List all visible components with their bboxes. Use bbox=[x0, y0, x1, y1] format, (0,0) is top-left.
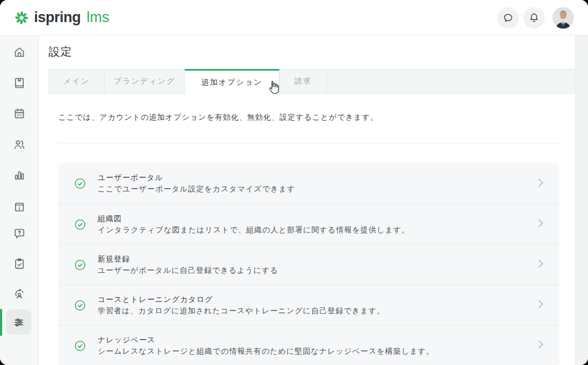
calendar-icon bbox=[13, 107, 26, 120]
main-content: 設定 メイン ブランディング 追加オプション 請求 ここでは、アカウントの追加オ… bbox=[39, 36, 575, 365]
option-title: 組織図 bbox=[98, 214, 528, 224]
option-description: ユーザーがポータルに自己登録できるようにする bbox=[98, 266, 528, 276]
sidebar-item-courses[interactable] bbox=[13, 77, 26, 89]
option-title: コースとトレーニングカタログ bbox=[98, 295, 528, 305]
sidebar-item-home[interactable] bbox=[13, 46, 26, 59]
sidebar-item-users[interactable] bbox=[13, 138, 26, 151]
tab-billing[interactable]: 請求 bbox=[279, 69, 326, 94]
settings-sliders-icon bbox=[12, 316, 25, 329]
option-row-knowledge-base[interactable]: ナレッジベース シームレスなストレージと組織での情報共有のために堅固なナレッジベ… bbox=[58, 325, 559, 365]
check-circle-icon bbox=[74, 219, 86, 230]
avatar[interactable] bbox=[552, 7, 574, 29]
tab-bar: メイン ブランディング 追加オプション 請求 bbox=[49, 69, 575, 94]
sidebar-item-calendar[interactable] bbox=[13, 107, 26, 120]
sidebar-item-info[interactable] bbox=[13, 201, 26, 214]
sidebar bbox=[0, 36, 39, 365]
home-icon bbox=[13, 46, 26, 59]
active-item-indicator bbox=[0, 309, 2, 336]
page-title: 設定 bbox=[49, 44, 72, 59]
app-window: ispring lms bbox=[0, 0, 588, 365]
scrollbar-track[interactable] bbox=[575, 36, 588, 365]
coach-gauge-icon bbox=[13, 287, 26, 300]
chat-button[interactable] bbox=[497, 7, 519, 29]
chat-bubble-icon bbox=[502, 12, 514, 24]
tab-bar-filler bbox=[326, 69, 575, 94]
section-divider bbox=[58, 143, 559, 143]
check-circle-icon bbox=[74, 178, 86, 189]
tab-main[interactable]: メイン bbox=[49, 69, 104, 94]
intro-text: ここでは、アカウントの追加オプションを有効化、無効化、設定することができます。 bbox=[58, 113, 378, 122]
chevron-right-icon bbox=[535, 298, 546, 312]
check-circle-icon bbox=[74, 259, 86, 271]
sidebar-item-settings[interactable] bbox=[6, 309, 31, 335]
logo[interactable]: ispring lms bbox=[14, 9, 110, 26]
sidebar-item-assignments[interactable] bbox=[13, 257, 26, 270]
option-title: ナレッジベース bbox=[98, 335, 528, 345]
options-list: ユーザーポータル ここでユーザーポータル設定をカスタマイズできます 組織図 イン… bbox=[58, 163, 559, 365]
mouse-cursor-pointer bbox=[268, 80, 280, 95]
bell-icon bbox=[528, 12, 540, 24]
clipboard-check-icon bbox=[13, 257, 26, 270]
tab-additional-options[interactable]: 追加オプション bbox=[184, 69, 279, 94]
logo-text-primary: ispring bbox=[34, 9, 81, 26]
users-icon bbox=[13, 138, 26, 151]
notifications-button[interactable] bbox=[523, 7, 545, 29]
option-row-user-portal[interactable]: ユーザーポータル ここでユーザーポータル設定をカスタマイズできます bbox=[58, 163, 559, 204]
chevron-right-icon bbox=[535, 217, 546, 231]
sidebar-item-reports[interactable] bbox=[13, 169, 26, 182]
sidebar-item-support[interactable] bbox=[13, 227, 26, 240]
option-description: インタラクティブな図またはリストで、組織の人と部署に関する情報を提供します。 bbox=[98, 225, 528, 235]
check-circle-icon bbox=[74, 300, 86, 311]
bar-chart-icon bbox=[13, 169, 26, 182]
sidebar-item-trainers[interactable] bbox=[13, 287, 26, 300]
user-avatar-photo bbox=[552, 7, 574, 29]
option-row-self-registration[interactable]: 新規登録 ユーザーがポータルに自己登録できるようにする bbox=[58, 244, 559, 285]
option-description: ここでユーザーポータル設定をカスタマイズできます bbox=[98, 184, 528, 194]
option-title: 新規登録 bbox=[98, 254, 528, 264]
question-bubble-icon bbox=[13, 227, 26, 240]
option-row-course-catalog[interactable]: コースとトレーニングカタログ 学習者は、カタログに追加されたコースやトレーニング… bbox=[58, 285, 559, 325]
green-asterisk-logo-icon bbox=[14, 10, 29, 25]
chevron-right-icon bbox=[535, 177, 546, 191]
option-row-org-chart[interactable]: 組織図 インタラクティブな図またはリストで、組織の人と部署に関する情報を提供しま… bbox=[58, 204, 559, 244]
header-actions bbox=[497, 7, 574, 29]
tab-branding[interactable]: ブランディング bbox=[104, 69, 184, 94]
option-description: シームレスなストレージと組織での情報共有のために堅固なナレッジベースを構築します… bbox=[98, 347, 528, 356]
info-panel-icon bbox=[13, 201, 26, 214]
option-description: 学習者は、カタログに追加されたコースやトレーニングに自己登録できます。 bbox=[98, 306, 528, 316]
check-circle-icon bbox=[74, 340, 86, 352]
chevron-right-icon bbox=[535, 258, 546, 272]
app-header: ispring lms bbox=[0, 0, 588, 36]
option-title: ユーザーポータル bbox=[98, 173, 528, 183]
logo-text-secondary: lms bbox=[87, 9, 110, 26]
book-icon bbox=[13, 77, 26, 89]
chevron-right-icon bbox=[535, 339, 546, 353]
